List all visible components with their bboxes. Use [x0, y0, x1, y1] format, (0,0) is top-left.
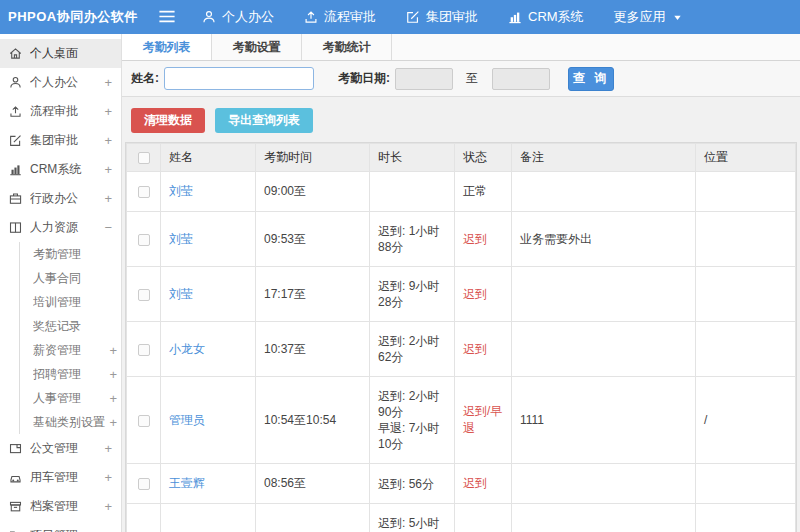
expand-plus-icon[interactable]: + — [104, 105, 112, 118]
topnav-item-2[interactable]: 集团审批 — [406, 8, 478, 26]
table-row: 刘莹09:00至正常 — [127, 172, 796, 212]
sidebar-item-1[interactable]: 个人办公+ — [0, 68, 121, 97]
sidebar-item-label: 人力资源 — [30, 219, 104, 236]
name-cell: 王壹辉 — [161, 464, 256, 504]
hamburger-menu-icon[interactable] — [158, 10, 178, 24]
sidebar-item-5[interactable]: 行政办公+ — [0, 184, 121, 213]
sidebar-item-16[interactable]: 用车管理+ — [0, 463, 121, 492]
name-cell: 刘莹 — [161, 212, 256, 267]
select-all-checkbox-cell — [127, 144, 161, 172]
note-cell: 业务需要外出 — [512, 212, 696, 267]
row-checkbox[interactable] — [138, 344, 150, 356]
attendance-time-cell: 09:00至 — [256, 172, 370, 212]
tab-2[interactable]: 考勤统计 — [302, 34, 392, 60]
status-cell: 迟到/早退 — [455, 377, 512, 464]
sidebar-item-13[interactable]: 人事管理+ — [19, 386, 121, 410]
sidebar-item-6[interactable]: 人力资源− — [0, 213, 121, 242]
app-logo[interactable]: PHPOA协同办公软件 — [0, 8, 158, 26]
sidebar-item-label: 流程审批 — [30, 103, 104, 120]
tab-bar: 考勤列表考勤设置考勤统计 — [122, 34, 800, 61]
expand-plus-icon[interactable]: + — [109, 368, 117, 381]
expand-plus-icon[interactable]: + — [104, 76, 112, 89]
row-checkbox[interactable] — [138, 478, 150, 490]
row-checkbox[interactable] — [138, 289, 150, 301]
topnav-item-1[interactable]: 流程审批 — [304, 8, 376, 26]
date-from-input[interactable] — [395, 68, 453, 90]
home-icon — [9, 47, 23, 61]
car-icon — [9, 471, 23, 485]
query-button[interactable]: 查 询 — [568, 67, 614, 91]
sidebar-item-17[interactable]: 档案管理+ — [0, 492, 121, 521]
employee-name-link[interactable]: 刘莹 — [169, 232, 193, 246]
action-buttons: 清理数据 导出查询列表 — [122, 97, 800, 142]
name-cell: 管理员 — [161, 377, 256, 464]
duration-line: 迟到: 9小时28分 — [378, 278, 446, 310]
table-row: 黄蓉13:20至13:20迟到: 5小时33分早退: 4小时67分迟到/早退/ — [127, 504, 796, 532]
expand-plus-icon[interactable]: + — [104, 471, 112, 484]
sidebar-item-7[interactable]: 考勤管理 — [19, 242, 121, 266]
duration-line: 迟到: 2小时90分 — [378, 388, 446, 420]
sidebar-item-14[interactable]: 基础类别设置+ — [19, 410, 121, 434]
expand-plus-icon[interactable]: + — [109, 344, 117, 357]
table-row: 王壹辉08:56至迟到: 56分迟到 — [127, 464, 796, 504]
topnav-item-4[interactable]: 更多应用 — [614, 8, 683, 26]
select-all-checkbox[interactable] — [138, 152, 150, 164]
employee-name-link[interactable]: 管理员 — [169, 413, 205, 427]
duration-line: 迟到: 56分 — [378, 476, 446, 492]
sidebar-item-9[interactable]: 培训管理 — [19, 290, 121, 314]
employee-name-link[interactable]: 小龙女 — [169, 342, 205, 356]
row-checkbox-cell — [127, 212, 161, 267]
export-query-list-button[interactable]: 导出查询列表 — [215, 108, 313, 133]
top-nav: 个人办公流程审批集团审批CRM系统更多应用 — [202, 8, 683, 26]
flow-icon — [304, 10, 318, 24]
table-row: 管理员10:54至10:54迟到: 2小时90分早退: 7小时10分迟到/早退1… — [127, 377, 796, 464]
sidebar-item-3[interactable]: 集团审批+ — [0, 126, 121, 155]
topnav-item-label: 更多应用 — [614, 8, 666, 26]
folder-icon — [9, 529, 23, 532]
expand-plus-icon[interactable]: + — [104, 442, 112, 455]
caret-down-icon — [672, 12, 683, 23]
sidebar-item-label: 考勤管理 — [33, 246, 117, 263]
date-to-input[interactable] — [492, 68, 550, 90]
row-checkbox[interactable] — [138, 415, 150, 427]
employee-name-link[interactable]: 刘莹 — [169, 287, 193, 301]
sidebar-item-10[interactable]: 奖惩记录 — [19, 314, 121, 338]
edit-icon — [9, 134, 23, 148]
expand-plus-icon[interactable]: + — [104, 500, 112, 513]
sidebar-item-15[interactable]: 公文管理+ — [0, 434, 121, 463]
sidebar-item-12[interactable]: 招聘管理+ — [19, 362, 121, 386]
tab-0[interactable]: 考勤列表 — [122, 34, 212, 60]
duration-line: 迟到: 2小时62分 — [378, 333, 446, 365]
row-checkbox[interactable] — [138, 234, 150, 246]
employee-name-link[interactable]: 王壹辉 — [169, 476, 205, 490]
status-cell: 迟到 — [455, 267, 512, 322]
attendance-time-cell: 08:56至 — [256, 464, 370, 504]
status-cell: 迟到 — [455, 322, 512, 377]
expand-plus-icon[interactable]: + — [104, 134, 112, 147]
name-label: 姓名: — [131, 70, 159, 87]
sidebar-item-11[interactable]: 薪资管理+ — [19, 338, 121, 362]
sidebar-item-4[interactable]: CRM系统+ — [0, 155, 121, 184]
sidebar-item-0[interactable]: 个人桌面 — [0, 39, 121, 68]
sidebar-item-label: 基础类别设置 — [33, 414, 109, 431]
expand-plus-icon[interactable]: + — [104, 163, 112, 176]
expand-plus-icon[interactable]: + — [109, 392, 117, 405]
topnav-item-3[interactable]: CRM系统 — [508, 8, 584, 26]
tab-1[interactable]: 考勤设置 — [212, 34, 302, 60]
expand-plus-icon[interactable]: + — [109, 416, 117, 429]
clean-data-button[interactable]: 清理数据 — [131, 108, 205, 133]
sidebar-item-label: 个人桌面 — [30, 45, 112, 62]
attendance-time-cell: 10:54至10:54 — [256, 377, 370, 464]
sidebar-item-8[interactable]: 人事合同 — [19, 266, 121, 290]
row-checkbox[interactable] — [138, 186, 150, 198]
sidebar-item-2[interactable]: 流程审批+ — [0, 97, 121, 126]
flow-icon — [9, 105, 23, 119]
sidebar-item-18[interactable]: 项目管理+ — [0, 521, 121, 532]
employee-name-link[interactable]: 刘莹 — [169, 184, 193, 198]
name-input[interactable] — [164, 67, 314, 90]
name-cell: 刘莹 — [161, 267, 256, 322]
attendance-time-cell: 17:17至 — [256, 267, 370, 322]
topnav-item-0[interactable]: 个人办公 — [202, 8, 274, 26]
expand-plus-icon[interactable]: + — [104, 192, 112, 205]
collapse-minus-icon[interactable]: − — [104, 221, 112, 234]
